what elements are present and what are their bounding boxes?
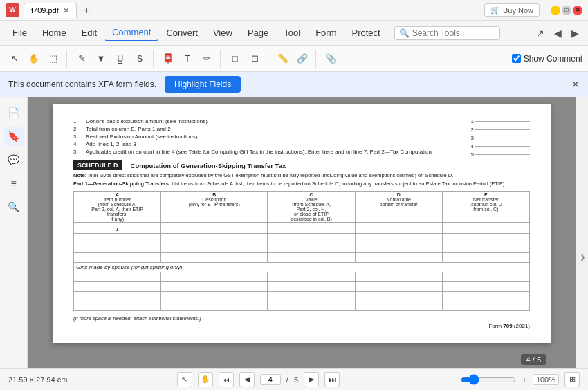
menu-protect[interactable]: Protect <box>344 25 387 41</box>
fit-page-button[interactable]: ⊞ <box>564 372 580 387</box>
buy-now-button[interactable]: 🛒 Buy Now <box>484 3 540 17</box>
note-tool-button[interactable]: ✎ <box>73 50 91 68</box>
strikethrough-tool-button[interactable]: S̶ <box>131 50 149 68</box>
close-xfa-button[interactable]: ✕ <box>571 79 580 90</box>
stamp-tool-button[interactable]: 📮 <box>159 50 177 68</box>
restore-button[interactable]: □ <box>562 6 571 15</box>
line-5-content: Applicable credit on amount in line 4 (s… <box>86 149 454 155</box>
left-sidebar: 📄 🔖 💬 ≡ 🔍 <box>0 98 28 390</box>
hand-mode-button[interactable]: ✋ <box>198 372 213 387</box>
row1-col-b <box>161 223 268 234</box>
spouse-row1-col-a <box>74 272 161 282</box>
next-page-button[interactable]: ▶ <box>304 372 319 387</box>
form-number: Form 709 (2021) <box>73 323 530 329</box>
xfa-notification-bar: This document contains XFA form fields. … <box>0 72 588 98</box>
note-content: Inter vivos direct skips that are comple… <box>88 172 453 178</box>
zoom-level-display[interactable]: 100% <box>533 374 559 385</box>
document-page: 1 2 3 4 5 <box>53 104 551 343</box>
tab-title: f709.pdf <box>31 6 59 15</box>
search-tools-input[interactable] <box>412 28 495 38</box>
row1-col-a: 1 <box>74 223 161 234</box>
new-tab-button[interactable]: + <box>81 4 93 17</box>
menu-home[interactable]: Home <box>35 25 73 41</box>
document-area[interactable]: 1 2 3 4 5 <box>28 98 576 390</box>
line-4-content: Add lines 1, 2, and 3 <box>86 141 454 147</box>
document-tab[interactable]: f709.pdf ✕ <box>24 3 77 18</box>
spouse-row3-col-a <box>74 292 161 301</box>
zoom-slider[interactable] <box>461 374 516 385</box>
line-1-content: Donor's basic exclusion amount (see inst… <box>86 118 454 124</box>
spouse-row2-col-e <box>442 282 529 292</box>
menu-comment[interactable]: Comment <box>105 24 158 41</box>
schedule-d-note: Note: Inter vivos direct skips that are … <box>73 172 530 178</box>
minimize-button[interactable]: ─ <box>551 6 560 15</box>
first-page-button[interactable]: ⏮ <box>219 372 234 387</box>
highlight-tool-button[interactable]: ▼ <box>92 50 110 68</box>
sidebar-comments-button[interactable]: 💬 <box>4 150 24 169</box>
eraser-tool-button[interactable]: ⊡ <box>246 50 264 68</box>
show-comment-checkbox[interactable] <box>512 54 521 63</box>
spouse-row3-col-e <box>442 292 529 301</box>
row2-col-e <box>442 234 529 243</box>
line-3-content: Restored Exclusion Amount (see instructi… <box>86 133 454 140</box>
select-tool-button[interactable]: ⬚ <box>44 50 62 68</box>
spouse-row-4 <box>74 301 530 311</box>
line-3-row: 3 Restored Exclusion Amount (see instruc… <box>73 133 454 140</box>
titlebar: W f709.pdf ✕ + 🛒 Buy Now ─ □ ✕ <box>0 0 588 21</box>
menu-edit[interactable]: Edit <box>75 25 104 41</box>
right-panel-handle[interactable]: ❯ <box>576 98 588 390</box>
text-box-tool-button[interactable]: T <box>178 50 196 68</box>
close-tab-icon[interactable]: ✕ <box>63 6 69 15</box>
cursor-mode-button[interactable]: ↖ <box>177 372 192 387</box>
toolbar-group-2: ✎ ▼ U̲ S̶ <box>73 50 154 68</box>
menu-view[interactable]: View <box>206 25 239 41</box>
schedule-d-header: SCHEDULE D Computation of Generation-Ski… <box>73 160 530 170</box>
page-input[interactable] <box>260 374 281 385</box>
search-tools-box[interactable]: 🔍 <box>394 26 500 40</box>
main-area: 📄 🔖 💬 ≡ 🔍 1 2 3 <box>0 98 588 390</box>
sidebar-fields-button[interactable]: ≡ <box>4 174 24 193</box>
zoom-out-button[interactable]: − <box>450 374 455 385</box>
close-button[interactable]: ✕ <box>573 6 582 15</box>
measure-tool-button[interactable]: 📏 <box>274 50 292 68</box>
last-page-button[interactable]: ⏭ <box>324 372 340 387</box>
shape-tool-button[interactable]: □ <box>226 50 244 68</box>
row1-col-c <box>268 223 355 234</box>
prev-page-button[interactable]: ◀ <box>239 372 255 387</box>
highlight-fields-button[interactable]: Highlight Fields <box>165 76 241 93</box>
row3-col-e <box>442 243 529 253</box>
zoom-in-button[interactable]: + <box>522 374 527 385</box>
link-tool-button[interactable]: 🔗 <box>293 50 311 68</box>
row1-col-e <box>442 223 529 234</box>
attach-tool-button[interactable]: 📎 <box>322 50 340 68</box>
line-2-content: Total from column E, Parts 1 and 2 <box>86 126 454 132</box>
cursor-tool-button[interactable]: ↖ <box>6 50 24 68</box>
hand-tool-button[interactable]: ✋ <box>25 50 43 68</box>
menu-page[interactable]: Page <box>241 25 275 41</box>
draw-tool-button[interactable]: ✏ <box>198 50 216 68</box>
sidebar-pages-button[interactable]: 📄 <box>4 103 24 122</box>
menubar-right-icons: ↗ ◀ ▶ <box>533 26 582 41</box>
nav-back-icon[interactable]: ◀ <box>551 26 565 41</box>
show-comment-label[interactable]: Show Comment <box>524 54 582 64</box>
col-c-header: C Value(from Schedule A,Part 2, col. H,o… <box>268 192 355 223</box>
sidebar-search-button[interactable]: 🔍 <box>4 197 24 216</box>
spouse-row4-col-b <box>161 301 268 311</box>
underline-tool-button[interactable]: U̲ <box>111 50 129 68</box>
row4-col-e <box>442 253 529 263</box>
share-icon[interactable]: ↗ <box>533 26 548 41</box>
menu-convert[interactable]: Convert <box>159 25 205 41</box>
row4-col-c <box>268 253 355 263</box>
page-total: 5 <box>294 375 298 384</box>
gifts-spouse-row: Gifts made by spouse (for gift splitting… <box>74 263 530 272</box>
spouse-row3-col-c <box>268 292 355 301</box>
sidebar-bookmarks-button[interactable]: 🔖 <box>4 127 24 146</box>
toolbar-group-3: 📮 T ✏ <box>159 50 221 68</box>
nav-forward-icon[interactable]: ▶ <box>568 26 582 41</box>
spouse-row1-col-b <box>161 272 268 282</box>
menu-file[interactable]: File <box>6 25 34 41</box>
toolbar-group-4: □ ⊡ <box>226 50 268 68</box>
line-5-row: 5 Applicable credit on amount in line 4 … <box>73 149 454 155</box>
menu-form[interactable]: Form <box>309 25 343 41</box>
menu-tool[interactable]: Tool <box>277 25 307 41</box>
